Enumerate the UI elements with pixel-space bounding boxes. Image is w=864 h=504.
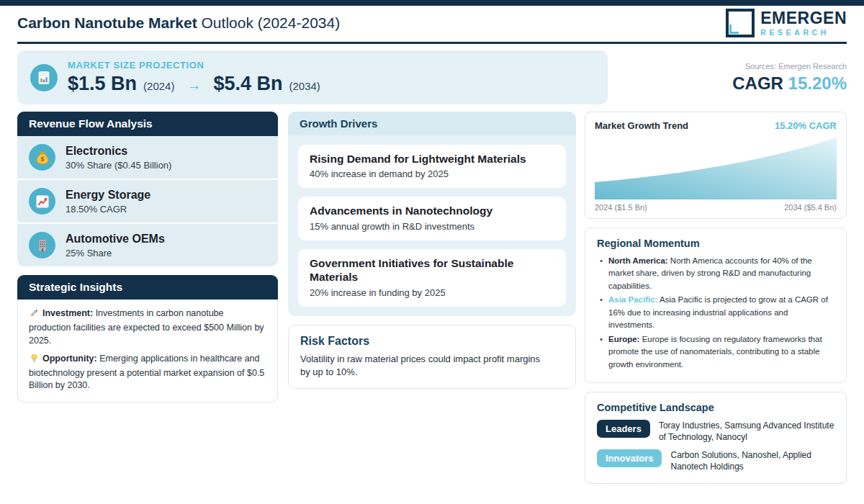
growth-card-title: Rising Demand for Lightweight Materials: [310, 152, 554, 166]
strategic-item-label: Opportunity:: [42, 354, 97, 364]
logo-subname: RESEARCH: [760, 28, 847, 37]
sources-text: Sources: Emergen Research: [732, 62, 847, 71]
bulb-icon: [29, 353, 40, 367]
chart-up-icon: [29, 188, 55, 215]
risk-factors-text: Volatility in raw material prices could …: [300, 353, 543, 379]
regional-momentum-title: Regional Momentum: [597, 238, 834, 249]
emergen-logo-mark: [726, 9, 755, 37]
revenue-row-subtitle: 30% Share ($0.45 Billion): [66, 160, 171, 171]
emergen-logo-text: EMERGEN RESEARCH: [760, 10, 847, 37]
page-title-rest: Outlook (2024-2034): [197, 14, 340, 31]
innovators-badge: Innovators: [597, 449, 662, 467]
trend-card-header: Market Growth Trend 15.20% CAGR: [595, 120, 837, 131]
risk-factors-title: Risk Factors: [300, 335, 564, 348]
regional-bullet-north-america: North America: North America accounts fo…: [597, 255, 834, 292]
rocket-icon: [29, 307, 40, 322]
growth-drivers-panel: Growth Drivers Rising Demand for Lightwe…: [288, 112, 576, 316]
revenue-row-electronics: $ Electronics 30% Share ($0.45 Billion): [17, 136, 278, 180]
regional-bullet-asia-pacific: Asia Pacific: Asia Pacific is projected …: [597, 294, 834, 331]
projection-end-year: (2034): [289, 80, 320, 92]
revenue-row-text: Automotive OEMs 25% Share: [66, 233, 165, 258]
trend-cagr-value: 15.20% CAGR: [775, 120, 837, 131]
revenue-row-title: Energy Storage: [66, 189, 150, 202]
trend-area-path: [595, 138, 837, 199]
growth-card-title: Advancements in Nanotechnology: [310, 204, 554, 217]
revenue-row-text: Energy Storage 18.50% CAGR: [66, 189, 150, 215]
building-icon-svg: [35, 238, 50, 253]
emergen-logo-corner: [729, 24, 739, 34]
trend-title: Market Growth Trend: [595, 120, 688, 131]
middle-column: Growth Drivers Rising Demand for Lightwe…: [288, 112, 576, 389]
regional-bullet-label: Europe:: [608, 335, 639, 343]
leaders-companies: Toray Industries, Samsung Advanced Insti…: [659, 420, 834, 443]
revenue-flow-header: Revenue Flow Analysis: [17, 112, 278, 136]
strategic-insights-panel: Strategic Insights Investment: Investmen…: [17, 275, 278, 402]
competitive-row-leaders: Leaders Toray Industries, Samsung Advanc…: [597, 420, 834, 443]
growth-card: Advancements in Nanotechnology 15% annua…: [298, 197, 566, 240]
projection-start-value: $1.5 Bn: [68, 73, 137, 95]
projection-label: MARKET SIZE PROJECTION: [68, 60, 320, 71]
strategic-item-investment: Investment: Investments in carbon nanotu…: [29, 307, 266, 347]
growth-card-subtitle: 15% annual growth in R&D investments: [310, 221, 554, 232]
trend-area-chart: [595, 138, 837, 199]
cagr-line: CAGR 15.20%: [732, 73, 847, 94]
growth-card-subtitle: 40% increase in demand by 2025: [310, 168, 554, 179]
revenue-row-subtitle: 18.50% CAGR: [66, 204, 150, 215]
page-title: Carbon Nanotube Market Outlook (2024-203…: [17, 14, 340, 32]
svg-text:$: $: [40, 156, 44, 163]
bar-chart-icon: [30, 64, 58, 91]
cagr-label: CAGR: [732, 73, 788, 93]
projection-start-year: (2024): [143, 80, 174, 92]
growth-drivers-header: Growth Drivers: [288, 112, 576, 135]
regional-bullet-label: Asia Pacific:: [608, 295, 657, 304]
emergen-logo: EMERGEN RESEARCH: [726, 9, 847, 37]
revenue-row-title: Electronics: [66, 145, 171, 158]
innovators-companies: Carbon Solutions, Nanoshel, Applied Nano…: [670, 449, 834, 472]
market-size-projection-strip: MARKET SIZE PROJECTION $1.5 Bn (2024) → …: [17, 50, 608, 104]
strategic-item-opportunity: Opportunity: Emerging applications in he…: [29, 353, 266, 392]
trend-axis-labels: 2024 ($1.5 Bn) 2034 ($5.4 Bn): [595, 203, 837, 212]
regional-momentum-card: Regional Momentum North America: North A…: [585, 228, 847, 383]
page-title-bold: Carbon Nanotube Market: [17, 14, 197, 31]
header-divider: [17, 42, 847, 44]
strategic-item-label: Investment:: [42, 308, 93, 318]
risk-factors-card: Risk Factors Volatility in raw material …: [288, 325, 576, 389]
strategic-insights-header: Strategic Insights: [17, 275, 278, 300]
revenue-row-text: Electronics 30% Share ($0.45 Billion): [66, 145, 171, 171]
growth-card-title: Government Initiatives for Sustainable M…: [310, 256, 525, 284]
competitive-row-innovators: Innovators Carbon Solutions, Nanoshel, A…: [597, 449, 834, 472]
growth-drivers-body: Rising Demand for Lightweight Materials …: [288, 135, 576, 316]
competitive-landscape-card: Competitive Landscape Leaders Toray Indu…: [585, 392, 847, 483]
revenue-row-automotive: Automotive OEMs 25% Share: [17, 224, 278, 266]
arrow-right-icon: →: [186, 77, 201, 94]
revenue-row-energy-storage: Energy Storage 18.50% CAGR: [17, 180, 278, 224]
bulb-icon-svg: [29, 353, 40, 364]
bar-chart-icon-svg: [36, 70, 52, 86]
money-bag-icon: $: [29, 144, 55, 171]
regional-bullet-text: Europe is focusing on regulatory framewo…: [608, 335, 822, 369]
leaders-badge: Leaders: [597, 420, 650, 438]
revenue-row-subtitle: 25% Share: [66, 248, 165, 258]
market-growth-trend-card: Market Growth Trend 15.20% CAGR 2024 ($1…: [585, 112, 847, 219]
rocket-icon-svg: [29, 307, 40, 318]
projection-values: $1.5 Bn (2024) → $5.4 Bn (2034): [68, 73, 320, 95]
left-column: Revenue Flow Analysis $ Electronics 30% …: [17, 112, 278, 402]
right-column: Market Growth Trend 15.20% CAGR 2024 ($1…: [585, 112, 847, 484]
growth-card-subtitle: 20% increase in funding by 2025: [310, 287, 554, 298]
trend-label-start: 2024 ($1.5 Bn): [595, 203, 647, 212]
cagr-value: 15.20%: [788, 73, 847, 93]
growth-card: Government Initiatives for Sustainable M…: [298, 249, 566, 307]
infographic-page: Carbon Nanotube Market Outlook (2024-203…: [0, 0, 864, 504]
revenue-row-title: Automotive OEMs: [66, 233, 165, 246]
logo-name: EMERGEN: [760, 10, 847, 27]
trend-label-end: 2034 ($5.4 Bn): [784, 203, 837, 212]
money-bag-icon-svg: $: [35, 150, 50, 166]
projection-end-value: $5.4 Bn: [213, 73, 282, 95]
building-icon: [29, 232, 55, 258]
sources-cagr-block: Sources: Emergen Research CAGR 15.20%: [732, 62, 847, 94]
chart-up-icon-svg: [35, 194, 50, 210]
regional-bullet-label: North America:: [608, 256, 668, 265]
projection-text-block: MARKET SIZE PROJECTION $1.5 Bn (2024) → …: [68, 60, 320, 95]
top-accent-bar: [0, 0, 864, 6]
growth-card: Rising Demand for Lightweight Materials …: [298, 145, 566, 188]
